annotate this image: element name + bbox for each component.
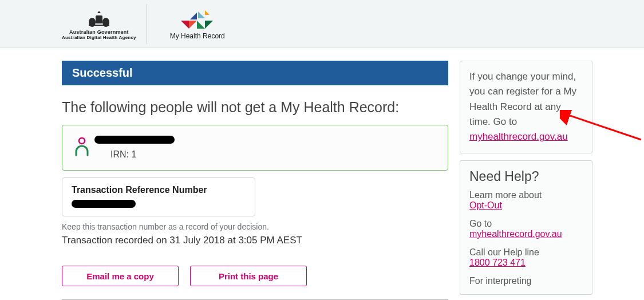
- gov-text-line2: Australian Digital Health Agency: [62, 35, 136, 40]
- svg-marker-4: [181, 21, 189, 29]
- coat-of-arms-icon: [82, 7, 116, 28]
- keep-note: Keep this transaction number as a record…: [62, 222, 448, 231]
- change-mind-box: If you change your mind, you can registe…: [460, 61, 592, 153]
- side-column: If you change your mind, you can registe…: [460, 61, 592, 300]
- topbar: Australian Government Australian Digital…: [0, 0, 644, 48]
- print-page-button[interactable]: Print this page: [190, 266, 307, 286]
- transaction-title: Transaction Reference Number: [72, 185, 246, 195]
- recorded-text: Transaction recorded on 31 July 2018 at …: [62, 235, 448, 246]
- gov-text-line1: Australian Government: [69, 29, 129, 35]
- transaction-number-redacted: [72, 200, 136, 208]
- intro-text: The following people will not get a My H…: [62, 99, 448, 116]
- svg-marker-8: [190, 13, 197, 19]
- svg-rect-3: [89, 25, 109, 26]
- help-box: Need Help? Learn more about Opt-Out Go t…: [460, 160, 592, 295]
- person-icon: [75, 137, 89, 159]
- button-row: Email me a copy Print this page: [62, 266, 448, 286]
- svg-marker-7: [205, 21, 213, 29]
- person-irn: IRN: 1: [110, 149, 175, 160]
- help-interp-section: For interpreting: [469, 276, 583, 286]
- change-mind-text: If you change your mind, you can registe…: [469, 71, 576, 127]
- success-banner: Successful: [62, 61, 448, 85]
- help-learn-section: Learn more about Opt-Out: [469, 190, 583, 211]
- help-goto-section: Go to myhealthrecord.gov.au: [469, 219, 583, 239]
- print-page-label: Print this page: [219, 271, 278, 281]
- svg-marker-6: [197, 21, 205, 29]
- divider: [62, 299, 448, 299]
- help-title: Need Help?: [469, 169, 583, 184]
- main-column: Successful The following people will not…: [62, 61, 448, 300]
- change-mind-link[interactable]: myhealthrecord.gov.au: [469, 131, 568, 142]
- mhr-logo-icon: [177, 8, 218, 30]
- svg-marker-10: [205, 10, 210, 15]
- help-interp-label: For interpreting: [469, 276, 583, 286]
- mhr-caption: My Health Record: [170, 32, 225, 40]
- help-call-section: Call our Help line 1800 723 471: [469, 247, 583, 268]
- svg-rect-2: [96, 15, 102, 23]
- help-call-label: Call our Help line: [469, 247, 583, 258]
- gov-logo-block: Australian Government Australian Digital…: [62, 4, 147, 44]
- email-copy-label: Email me a copy: [86, 271, 154, 281]
- help-learn-link[interactable]: Opt-Out: [469, 200, 502, 210]
- help-goto-link[interactable]: myhealthrecord.gov.au: [469, 229, 562, 239]
- help-goto-label: Go to: [469, 219, 583, 229]
- mhr-logo-block: My Health Record: [170, 8, 225, 40]
- person-name-redacted: [94, 136, 175, 144]
- email-copy-button[interactable]: Email me a copy: [62, 266, 179, 286]
- svg-marker-5: [189, 21, 197, 29]
- transaction-card: Transaction Reference Number: [62, 177, 255, 216]
- success-banner-text: Successful: [72, 66, 133, 79]
- svg-marker-9: [198, 11, 205, 18]
- person-card: IRN: 1: [62, 125, 448, 171]
- help-call-link[interactable]: 1800 723 471: [469, 258, 526, 267]
- help-learn-label: Learn more about: [469, 190, 583, 200]
- svg-point-11: [79, 138, 85, 144]
